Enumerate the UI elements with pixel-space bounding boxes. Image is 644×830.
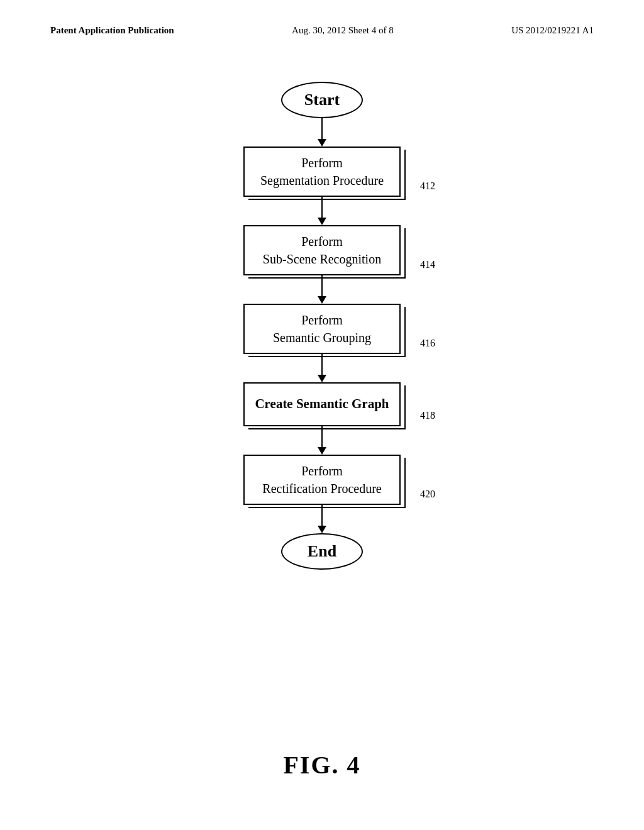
arrow-head-6 — [318, 526, 326, 533]
header-right: US 2012/0219221 A1 — [511, 25, 594, 36]
start-oval: Start — [281, 82, 363, 118]
arrow-head-4 — [318, 375, 326, 382]
arrow-head-1 — [318, 139, 326, 147]
header-left: Patent Application Publication — [50, 25, 174, 36]
arrow-head-5 — [318, 447, 326, 455]
process-box-418: Create Semantic Graph — [243, 382, 401, 426]
box-418-text: Create Semantic Graph — [255, 395, 389, 413]
arrow-line-4 — [321, 354, 323, 375]
arrow-line-6 — [321, 505, 323, 526]
box-412-text: PerformSegmentation Procedure — [260, 154, 384, 189]
figure-label: FIG. 4 — [283, 750, 360, 780]
box-414-text: PerformSub-Scene Recognition — [263, 233, 381, 268]
arrow-head-2 — [318, 218, 326, 225]
process-box-wrapper-418: Create Semantic Graph 418 — [243, 382, 401, 426]
end-oval: End — [281, 533, 363, 570]
box-412-label: 412 — [420, 180, 435, 192]
box-414-label: 414 — [420, 259, 435, 270]
process-box-414: PerformSub-Scene Recognition — [243, 225, 401, 275]
box-418-label: 418 — [420, 410, 435, 421]
box-416-label: 416 — [420, 338, 435, 349]
box-420-text: PerformRectification Procedure — [262, 462, 381, 497]
arrow-line-2 — [321, 197, 323, 218]
process-box-wrapper-416: PerformSemantic Grouping 416 — [243, 304, 401, 354]
process-box-wrapper-414: PerformSub-Scene Recognition 414 — [243, 225, 401, 275]
page-header: Patent Application Publication Aug. 30, … — [0, 25, 644, 36]
process-box-416: PerformSemantic Grouping — [243, 304, 401, 354]
process-box-wrapper-412: PerformSegmentation Procedure 412 — [243, 147, 401, 197]
process-box-420: PerformRectification Procedure — [243, 455, 401, 505]
arrow-5 — [318, 426, 326, 455]
arrow-4 — [318, 354, 326, 382]
arrow-1 — [318, 118, 326, 147]
arrow-line-1 — [321, 118, 323, 139]
box-420-label: 420 — [420, 489, 435, 500]
arrow-line-3 — [321, 275, 323, 296]
arrow-head-3 — [318, 296, 326, 304]
arrow-line-5 — [321, 426, 323, 447]
header-center: Aug. 30, 2012 Sheet 4 of 8 — [292, 25, 394, 36]
arrow-6 — [318, 505, 326, 533]
flowchart: Start PerformSegmentation Procedure 412 … — [243, 82, 401, 570]
start-label: Start — [304, 91, 340, 109]
process-box-412: PerformSegmentation Procedure — [243, 147, 401, 197]
arrow-2 — [318, 197, 326, 225]
arrow-3 — [318, 275, 326, 304]
process-box-wrapper-420: PerformRectification Procedure 420 — [243, 455, 401, 505]
end-label: End — [308, 542, 336, 561]
box-416-text: PerformSemantic Grouping — [273, 311, 371, 346]
